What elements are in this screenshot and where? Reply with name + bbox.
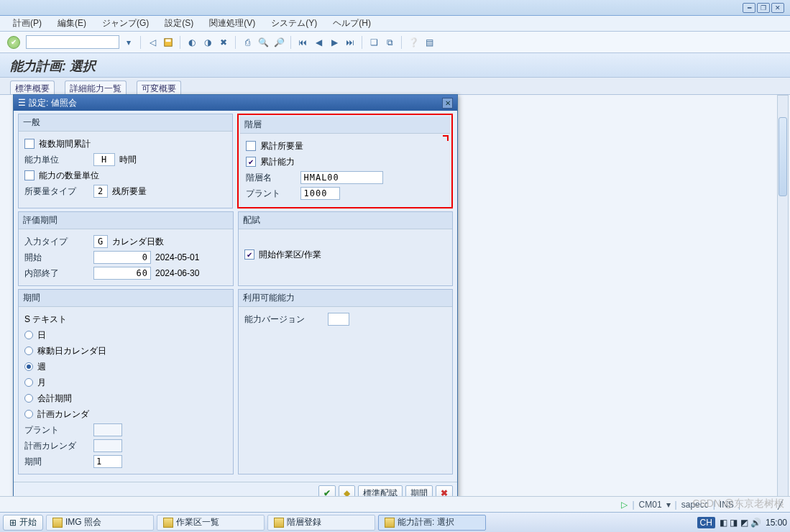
nextpage-icon[interactable]: ▶: [328, 36, 341, 49]
tab-detail-capacity[interactable]: 詳細能力一覧: [65, 81, 127, 94]
tray-icons[interactable]: ◧ ◨ ◩ 🔊: [720, 518, 761, 528]
play-icon[interactable]: ▷: [621, 500, 628, 510]
input-hier-plant[interactable]: [300, 187, 340, 200]
lbl-start: 開始: [24, 252, 89, 264]
lbl-hier-plant: プラント: [246, 188, 296, 200]
group-dist-header: 配賦: [239, 212, 453, 229]
command-field[interactable]: [26, 35, 119, 49]
sap-icon: [52, 518, 63, 528]
close-window-button[interactable]: ✕: [771, 3, 784, 13]
input-hier-name[interactable]: [300, 171, 383, 184]
clock: 15:00: [766, 518, 787, 528]
enter-icon[interactable]: ✔: [7, 36, 20, 49]
input-input-type[interactable]: [93, 235, 108, 248]
menu-plan[interactable]: 計画(P): [13, 17, 42, 29]
find-icon[interactable]: 🔍: [257, 36, 270, 49]
input-end[interactable]: [93, 267, 151, 280]
layout-icon[interactable]: ▤: [423, 36, 436, 49]
lbl-period-period: 期間: [24, 456, 89, 468]
newwin-icon[interactable]: ❏: [367, 36, 380, 49]
radio-fiscal[interactable]: [24, 394, 33, 403]
menu-system[interactable]: システム(Y): [271, 17, 317, 29]
input-period-plancal[interactable]: [93, 439, 122, 452]
txt-input-type: カレンダ日数: [112, 236, 164, 248]
maximize-button[interactable]: ❐: [757, 3, 770, 13]
lbl-fiscal: 会計期間: [37, 393, 72, 405]
lbl-hier-name: 階層名: [246, 172, 296, 184]
chk-cum-cap[interactable]: ✔: [246, 157, 256, 167]
minimize-button[interactable]: ━: [743, 3, 755, 13]
task-hierarchy[interactable]: 階層登録: [267, 515, 375, 531]
group-eval-period: 評価期間 入力タイプカレンダ日数 開始2024-05-01 内部終了2024-0…: [18, 211, 234, 286]
save-icon[interactable]: [162, 36, 175, 49]
taskbar: ⊞开始 IMG 照会 作業区一覧 階層登録 能力計画: 選択 CH ◧ ◨ ◩ …: [0, 512, 790, 532]
dialog-title: 設定: 値照会: [29, 97, 77, 109]
prevpage-icon[interactable]: ◀: [312, 36, 325, 49]
group-period-header: 期間: [19, 290, 233, 307]
dropdown-icon[interactable]: ▾: [122, 36, 135, 49]
input-start[interactable]: [93, 251, 151, 264]
group-hierarchy: 階層 累計所要量 ✔累計能力 階層名 プラント: [237, 114, 453, 208]
lbl-day: 日: [37, 329, 46, 341]
page-title: 能力計画: 選択: [0, 53, 790, 78]
radio-month[interactable]: [24, 378, 33, 387]
cancel-icon[interactable]: ✖: [217, 36, 230, 49]
chk-cum-req[interactable]: [246, 141, 256, 151]
lbl-period-plancal: 計画カレンダ: [24, 440, 89, 452]
help-icon[interactable]: ❔: [407, 36, 420, 49]
findnext-icon[interactable]: 🔎: [272, 36, 285, 49]
input-period-plant[interactable]: [93, 423, 122, 436]
app-toolbar: 標準概要 詳細能力一覧 可変概要: [0, 78, 790, 95]
input-cap-unit[interactable]: [93, 153, 115, 166]
print-icon[interactable]: ⎙: [241, 36, 254, 49]
shortcut-icon[interactable]: ⧉: [383, 36, 396, 49]
status-handle-icon[interactable]: ╱: [778, 500, 783, 510]
lbl-cap-unit: 能力単位: [24, 154, 89, 166]
menu-edit[interactable]: 編集(E): [58, 17, 86, 29]
lastpage-icon[interactable]: ⏭: [344, 36, 357, 49]
sap-icon: [274, 518, 284, 528]
menu-jump[interactable]: ジャンプ(G): [102, 17, 149, 29]
txt-cap-unit-desc: 時間: [119, 154, 137, 166]
radio-week[interactable]: [24, 362, 33, 371]
menu-settings[interactable]: 設定(S): [165, 17, 193, 29]
menu-bar: 計画(P) 編集(E) ジャンプ(G) 設定(S) 関連処理(V) システム(Y…: [0, 16, 790, 32]
firstpage-icon[interactable]: ⏮: [296, 36, 309, 49]
back2-icon[interactable]: ◐: [185, 36, 198, 49]
group-period: 期間 S テキスト 日 稼動日カレンダ日 週 月 会計期間 計画カレンダ プラン…: [18, 289, 234, 474]
lbl-period-plant: プラント: [24, 424, 89, 436]
tab-standard-overview[interactable]: 標準概要: [10, 81, 55, 94]
menu-related[interactable]: 関連処理(V): [209, 17, 255, 29]
chk-start-wc-op[interactable]: ✔: [244, 249, 254, 260]
input-cap-version[interactable]: [328, 313, 349, 326]
input-req-type[interactable]: [93, 185, 108, 198]
status-dropdown-icon[interactable]: ▾: [666, 500, 671, 510]
lbl-plancal: 計画カレンダ: [37, 408, 89, 421]
menu-help[interactable]: ヘルプ(H): [333, 17, 371, 29]
radio-plancal[interactable]: [24, 410, 33, 418]
group-general-header: 一般: [19, 114, 232, 132]
tab-variable-overview[interactable]: 可変概要: [137, 81, 181, 94]
radio-workday[interactable]: [24, 347, 33, 355]
radio-day[interactable]: [24, 331, 33, 339]
input-period-period[interactable]: [93, 455, 122, 468]
lbl-month: 月: [37, 377, 46, 389]
lbl-cap-version: 能力バージョン: [244, 313, 323, 326]
lbl-multi-period: 複数期間累計: [39, 138, 91, 150]
ime-indicator[interactable]: CH: [697, 517, 715, 528]
back-icon[interactable]: ◁: [146, 36, 159, 49]
exit-icon[interactable]: ◑: [201, 36, 214, 49]
task-workcenter[interactable]: 作業区一覧: [157, 515, 265, 531]
lbl-s-text: S テキスト: [24, 313, 67, 326]
task-img[interactable]: IMG 照会: [46, 515, 154, 531]
group-available-capacity: 利用可能能力 能力バージョン: [238, 289, 454, 474]
status-mode: INS: [720, 500, 734, 510]
chk-cap-qty-unit[interactable]: [24, 170, 35, 180]
lbl-cum-req: 累計所要量: [260, 140, 303, 152]
chk-multi-period[interactable]: [24, 139, 35, 149]
dialog-close-button[interactable]: ✕: [442, 98, 453, 109]
task-capacity-active[interactable]: 能力計画: 選択: [378, 515, 486, 531]
vertical-scrollbar[interactable]: [777, 95, 789, 512]
txt-end-date: 2024-06-30: [155, 268, 199, 278]
start-button[interactable]: ⊞开始: [3, 515, 43, 531]
